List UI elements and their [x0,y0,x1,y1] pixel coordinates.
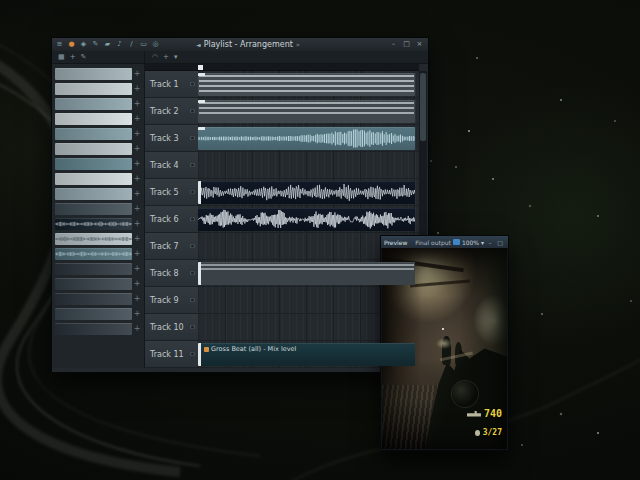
picker-audio-clip[interactable] [55,248,132,260]
add-icon[interactable]: + [132,293,142,305]
monitor-icon[interactable] [453,239,460,245]
maximize-button[interactable]: □ [496,239,504,246]
track-header[interactable]: Track 3 [145,125,198,152]
track-mute-dot[interactable] [190,244,195,249]
snap-icon[interactable]: ◈ [78,39,89,50]
clip-handle[interactable] [198,343,201,366]
audio-clip[interactable] [198,127,415,150]
playlist-lane[interactable] [198,125,419,152]
mute-tool-icon[interactable]: ♪ [114,39,125,50]
menu-icon[interactable]: ≡ [54,39,65,50]
picker-item[interactable]: + [55,97,142,111]
audio-clip[interactable] [198,208,415,231]
picker-add-icon[interactable]: + [70,51,76,63]
add-icon[interactable]: + [132,128,142,140]
picker-item[interactable]: + [55,67,142,81]
picker-item[interactable]: + [55,247,142,261]
playlist-lane[interactable]: Gross Beat (all) - Mix level [198,341,419,368]
add-icon[interactable]: + [132,173,142,185]
add-icon[interactable]: + [132,263,142,275]
audio-clip[interactable] [198,181,415,204]
picker-item[interactable]: + [55,112,142,126]
track-header[interactable]: Track 9 [145,287,198,314]
track-header[interactable]: Track 2 [145,98,198,125]
pattern-clip[interactable] [198,73,415,96]
add-icon[interactable]: + [132,248,142,260]
add-icon[interactable]: + [132,113,142,125]
picker-item[interactable]: + [55,322,142,336]
playlist-lane[interactable] [198,206,419,233]
track-header[interactable]: Track 5 [145,179,198,206]
add-icon[interactable]: + [132,233,142,245]
track-mute-dot[interactable] [190,271,195,276]
track-header[interactable]: Track 1 [145,71,198,98]
picker-item[interactable]: + [55,157,142,171]
track-mute-dot[interactable] [190,109,195,114]
track-mute-dot[interactable] [190,298,195,303]
record-icon[interactable]: ● [66,39,77,50]
minimize-button[interactable]: – [486,239,494,246]
minimize-button[interactable]: – [387,39,400,50]
playlist-titlebar[interactable]: ≡ ● ◈ ✎ ▰ ♪ ∕ ▭ ◎ ◄ Playlist - Arrangeme… [52,38,428,51]
add-icon[interactable]: + [132,143,142,155]
pencil-icon[interactable]: ✎ [90,39,101,50]
picker-item[interactable]: + [55,262,142,276]
picker-audio-clip[interactable] [55,233,132,245]
add-icon[interactable]: + [132,323,142,335]
playlist-lane[interactable] [198,98,419,125]
pattern-clip[interactable] [198,100,415,123]
clip-handle[interactable] [198,100,205,103]
picker-item[interactable]: + [55,292,142,306]
picker-clip[interactable] [55,263,132,275]
picker-item[interactable]: + [55,217,142,231]
magnet-icon[interactable]: ◠ [152,51,158,63]
add-icon[interactable]: + [132,98,142,110]
picker-grid-icon[interactable]: ▦ [58,51,65,63]
scrollbar-thumb[interactable] [420,73,426,141]
playhead-marker[interactable] [198,65,203,70]
picker-clip[interactable] [55,143,132,155]
track-header[interactable]: Track 7 [145,233,198,260]
track-header[interactable]: Track 6 [145,206,198,233]
playlist-lane[interactable] [198,152,419,179]
picker-clip[interactable] [55,128,132,140]
zoom-tool-icon[interactable]: ◎ [150,39,161,50]
picker-item[interactable]: + [55,187,142,201]
add-icon[interactable]: + [132,203,142,215]
picker-clip[interactable] [55,278,132,290]
select-tool-icon[interactable]: ▭ [138,39,149,50]
track-mute-dot[interactable] [190,136,195,141]
picker-clip[interactable] [55,323,132,335]
picker-item[interactable]: + [55,82,142,96]
add-icon[interactable]: + [132,218,142,230]
clip-handle[interactable] [198,262,201,285]
picker-clip[interactable] [55,158,132,170]
track-mute-dot[interactable] [190,190,195,195]
picker-clip[interactable] [55,68,132,80]
track-header[interactable]: Track 11 [145,341,198,368]
preview-titlebar[interactable]: Preview Final output 100% ▾ – □ × [381,236,508,248]
zoom-level[interactable]: 100% [462,239,479,246]
picker-clip[interactable] [55,113,132,125]
track-mute-dot[interactable] [190,217,195,222]
picker-draw-icon[interactable]: ✎ [81,51,87,63]
pattern-clip[interactable] [198,262,415,285]
picker-clip[interactable] [55,98,132,110]
picker-clip[interactable] [55,83,132,95]
clip-handle[interactable] [198,127,205,130]
pattern-add-icon[interactable]: + [163,51,169,63]
picker-audio-clip[interactable] [55,218,132,230]
track-mute-dot[interactable] [190,352,195,357]
playlist-lane[interactable] [198,260,419,287]
picker-item[interactable]: + [55,127,142,141]
maximize-button[interactable]: □ [400,39,413,50]
playlist-lane[interactable] [198,179,419,206]
add-icon[interactable]: + [132,83,142,95]
add-icon[interactable]: + [132,68,142,80]
picker-item[interactable]: + [55,277,142,291]
picker-item[interactable]: + [55,172,142,186]
timeline-ruler[interactable] [145,64,419,71]
picker-item[interactable]: + [55,142,142,156]
picker-clip[interactable] [55,203,132,215]
add-icon[interactable]: + [132,308,142,320]
